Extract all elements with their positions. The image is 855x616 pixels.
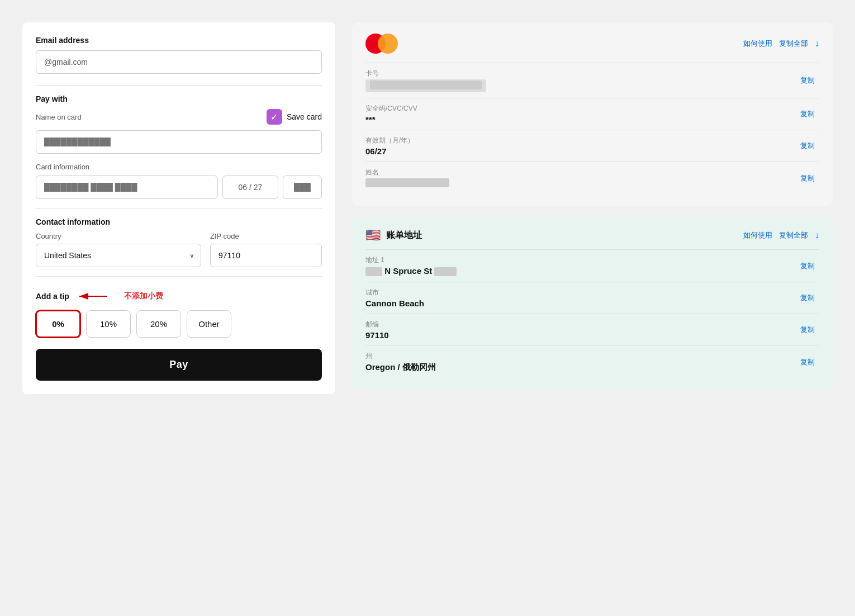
cardholder-name-label: 姓名 — [365, 168, 449, 177]
security-copy-btn[interactable]: 复制 — [796, 107, 819, 121]
arrow-annotation — [74, 288, 118, 305]
address-zip-row: 邮编 97110 复制 — [365, 314, 819, 345]
contact-label: Contact information — [36, 217, 322, 226]
state-copy-btn[interactable]: 复制 — [796, 355, 819, 369]
save-card-row: ✓ Save card — [267, 109, 322, 125]
save-card-label: Save card — [287, 112, 322, 121]
zip-label: ZIP code — [210, 232, 322, 240]
address-download-icon[interactable]: ↓ — [815, 230, 819, 240]
cardholder-name-value — [365, 178, 449, 189]
card-panel-header: 如何使用 复制全部 ↓ — [365, 34, 819, 54]
city-info: 城市 Cannon Beach — [365, 288, 424, 308]
tip-btn-other[interactable]: Other — [187, 310, 231, 338]
zip-input[interactable]: 97110 — [210, 244, 322, 267]
contact-section: Contact information Country United State… — [36, 217, 322, 267]
download-icon[interactable]: ↓ — [815, 39, 819, 49]
expiry-label: 有效期（月/年） — [365, 136, 414, 145]
card-info-section: Card information 06 / 27 — [36, 163, 322, 199]
state-row: 州 Oregon / 俄勒冈州 复制 — [365, 345, 819, 378]
address-panel-header: 🇺🇸 账单地址 如何使用 复制全部 ↓ — [365, 228, 819, 243]
divider-1 — [36, 85, 322, 86]
pay-with-section: Pay with Name on card ✓ Save card Card i… — [36, 94, 322, 199]
divider-2 — [36, 208, 322, 209]
address-zip-value: 97110 — [365, 330, 389, 340]
mastercard-icon — [365, 34, 398, 54]
zip-group: ZIP code 97110 — [210, 232, 322, 267]
address-title-row: 🇺🇸 账单地址 — [365, 228, 422, 243]
tip-header: Add a tip 不添加小费 — [36, 288, 322, 305]
email-section: Email address — [36, 36, 322, 74]
name-on-card-input[interactable] — [36, 130, 322, 154]
card-number-copy-btn[interactable]: 复制 — [796, 73, 819, 88]
card-number-label: 卡号 — [365, 69, 486, 78]
address1-copy-btn[interactable]: 复制 — [796, 259, 819, 273]
how-to-use-link[interactable]: 如何使用 — [743, 39, 772, 49]
address-copy-all-link[interactable]: 复制全部 — [779, 230, 808, 240]
address-zip-copy-btn[interactable]: 复制 — [796, 323, 819, 337]
card-number-value — [365, 79, 486, 92]
card-info-inputs: 06 / 27 — [36, 176, 322, 199]
address1-row: 地址 1 N Spruce St 复制 — [365, 249, 819, 282]
expiry-info: 有效期（月/年） 06/27 — [365, 136, 414, 156]
expiry-row: 有效期（月/年） 06/27 复制 — [365, 130, 819, 162]
state-info: 州 Oregon / 俄勒冈州 — [365, 352, 436, 373]
city-row: 城市 Cannon Beach 复制 — [365, 282, 819, 314]
us-flag-icon: 🇺🇸 — [365, 228, 381, 243]
cardholder-name-copy-btn[interactable]: 复制 — [796, 171, 819, 186]
expiry-value: 06/27 — [365, 146, 414, 156]
address1-info: 地址 1 N Spruce St — [365, 255, 457, 276]
city-copy-btn[interactable]: 复制 — [796, 291, 819, 305]
security-info: 安全码/CVC/CVV *** — [365, 104, 417, 124]
card-number-info: 卡号 — [365, 69, 486, 92]
card-info-label: Card information — [36, 163, 322, 171]
city-label: 城市 — [365, 288, 424, 297]
security-value: *** — [365, 115, 417, 124]
state-label: 州 — [365, 352, 436, 361]
save-card-checkbox[interactable]: ✓ — [267, 109, 282, 125]
pay-with-label: Pay with — [36, 94, 322, 103]
cardholder-name-row: 姓名 复制 — [365, 162, 819, 195]
address-zip-info: 邮编 97110 — [365, 320, 389, 340]
name-on-card-row: Name on card ✓ Save card — [36, 109, 322, 125]
copy-all-link[interactable]: 复制全部 — [779, 39, 808, 49]
mc-orange-circle — [378, 34, 398, 54]
address-how-to-use-link[interactable]: 如何使用 — [743, 230, 772, 240]
cardholder-name-info: 姓名 — [365, 168, 449, 189]
name-on-card-label: Name on card — [36, 113, 82, 121]
card-cvc-input[interactable] — [283, 176, 322, 199]
card-expiry-input[interactable]: 06 / 27 — [222, 176, 278, 199]
address1-label: 地址 1 — [365, 255, 457, 265]
address-title: 账单地址 — [386, 230, 422, 241]
address-panel-actions: 如何使用 复制全部 ↓ — [743, 230, 819, 240]
city-value: Cannon Beach — [365, 298, 424, 308]
country-select[interactable]: United States — [36, 244, 201, 267]
country-group: Country United States — [36, 232, 201, 267]
right-panel: 如何使用 复制全部 ↓ 卡号 复制 安全码/CVC/CVV — [352, 22, 833, 394]
tip-section: Add a tip 不添加小费 0% 10% 20% Other — [36, 288, 322, 338]
security-row: 安全码/CVC/CVV *** 复制 — [365, 98, 819, 130]
email-input[interactable] — [36, 50, 322, 74]
tip-note: 不添加小费 — [124, 291, 163, 301]
expiry-copy-btn[interactable]: 复制 — [796, 139, 819, 153]
card-panel: 如何使用 复制全部 ↓ 卡号 复制 安全码/CVC/CVV — [352, 22, 833, 206]
card-number-row: 卡号 复制 — [365, 63, 819, 98]
card-number-input[interactable] — [36, 176, 218, 199]
address-zip-label: 邮编 — [365, 320, 389, 329]
card-panel-actions: 如何使用 复制全部 ↓ — [743, 39, 819, 49]
divider-3 — [36, 276, 322, 277]
tip-btn-20[interactable]: 20% — [136, 310, 181, 338]
state-value: Oregon / 俄勒冈州 — [365, 362, 436, 373]
tip-buttons: 0% 10% 20% Other — [36, 310, 322, 338]
address-panel: 🇺🇸 账单地址 如何使用 复制全部 ↓ 地址 1 N Spruce St — [352, 217, 833, 390]
pay-button[interactable]: Pay — [36, 349, 322, 381]
tip-btn-10[interactable]: 10% — [86, 310, 131, 338]
tip-btn-0[interactable]: 0% — [36, 310, 80, 338]
tip-label: Add a tip — [36, 292, 69, 301]
country-label: Country — [36, 232, 201, 240]
security-label: 安全码/CVC/CVV — [365, 104, 417, 113]
country-zip-row: Country United States ZIP code 97110 — [36, 232, 322, 267]
country-select-wrapper: United States — [36, 244, 201, 267]
left-panel: Email address Pay with Name on card ✓ Sa… — [22, 22, 335, 394]
address1-value: N Spruce St — [365, 266, 457, 276]
email-label: Email address — [36, 36, 322, 45]
